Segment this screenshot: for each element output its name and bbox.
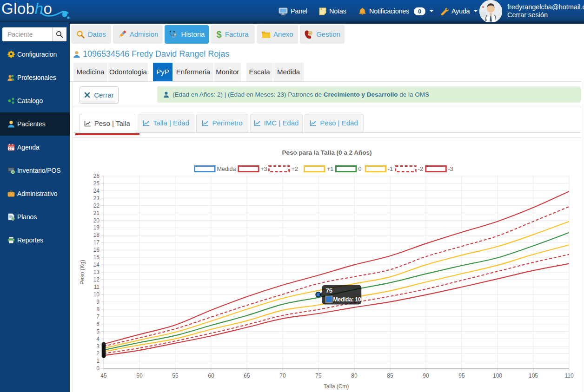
svg-text:Medida: Medida xyxy=(217,166,236,172)
svg-text:80: 80 xyxy=(351,372,358,379)
svg-text:55: 55 xyxy=(172,372,179,379)
svg-text:-3: -3 xyxy=(448,166,453,172)
svg-text:25: 25 xyxy=(93,180,100,187)
svg-text:Peso para la Talla (0 a 2 Años: Peso para la Talla (0 a 2 Años) xyxy=(282,149,372,156)
svg-text:26: 26 xyxy=(93,173,100,179)
svg-text:14: 14 xyxy=(93,261,100,268)
svg-text:Peso (Kg): Peso (Kg) xyxy=(79,260,86,284)
svg-text:Talla (Cm): Talla (Cm) xyxy=(324,383,349,390)
svg-text:21: 21 xyxy=(93,210,100,216)
svg-text:4: 4 xyxy=(96,336,100,342)
svg-text:95: 95 xyxy=(458,372,465,379)
svg-text:23: 23 xyxy=(93,195,100,202)
svg-text:100: 100 xyxy=(493,372,502,379)
svg-text:15: 15 xyxy=(93,254,100,261)
svg-text:20: 20 xyxy=(93,217,100,224)
svg-text:10: 10 xyxy=(93,291,100,298)
svg-text:9: 9 xyxy=(96,299,100,305)
svg-text:+3: +3 xyxy=(260,166,267,172)
svg-text:11: 11 xyxy=(94,284,100,290)
svg-text:22: 22 xyxy=(93,203,100,209)
svg-text:-1: -1 xyxy=(388,166,393,172)
svg-text:7: 7 xyxy=(96,314,100,320)
svg-text:5: 5 xyxy=(96,328,100,335)
svg-text:70: 70 xyxy=(279,372,286,379)
svg-text:13: 13 xyxy=(93,269,100,275)
svg-text:75: 75 xyxy=(315,372,322,379)
svg-text:12: 12 xyxy=(93,276,100,283)
svg-text:1: 1 xyxy=(96,358,100,364)
svg-text:8: 8 xyxy=(96,306,100,313)
svg-text:60: 60 xyxy=(208,372,214,379)
svg-text:+1: +1 xyxy=(327,166,333,172)
svg-text:17: 17 xyxy=(93,239,100,246)
svg-text:Medida: 10: Medida: 10 xyxy=(333,296,362,303)
svg-text:105: 105 xyxy=(529,372,538,379)
svg-text:45: 45 xyxy=(100,372,107,379)
svg-text:90: 90 xyxy=(423,372,429,379)
svg-text:+2: +2 xyxy=(292,166,298,172)
svg-text:85: 85 xyxy=(387,372,393,379)
svg-text:110: 110 xyxy=(564,372,573,379)
svg-text:-2: -2 xyxy=(418,166,423,172)
svg-text:18: 18 xyxy=(93,232,100,238)
svg-text:19: 19 xyxy=(93,224,100,231)
svg-text:3: 3 xyxy=(96,343,100,350)
svg-text:75: 75 xyxy=(326,287,332,294)
svg-text:16: 16 xyxy=(93,247,100,253)
svg-text:24/7: 24/7 xyxy=(309,32,312,34)
svg-text:2: 2 xyxy=(96,350,100,357)
svg-text:24: 24 xyxy=(93,188,100,194)
svg-text:6: 6 xyxy=(96,321,100,327)
svg-text:0: 0 xyxy=(358,166,362,172)
svg-text:0: 0 xyxy=(96,365,100,372)
svg-text:50: 50 xyxy=(136,372,143,379)
svg-text:65: 65 xyxy=(244,372,250,379)
